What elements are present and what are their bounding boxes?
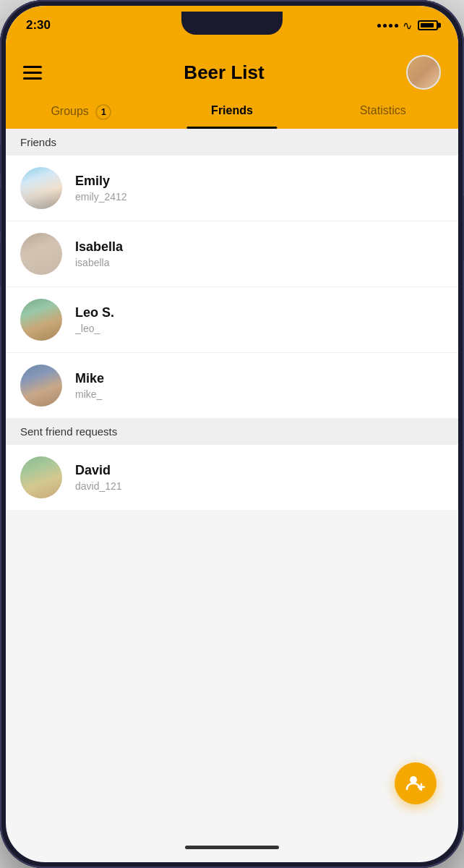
- friend-name: Mike: [75, 371, 444, 386]
- friend-username: emily_2412: [75, 191, 444, 203]
- home-indicator: [185, 846, 279, 849]
- content-area: Friends Emily emily_2412: [6, 129, 458, 597]
- list-item[interactable]: Leo S. _leo_: [6, 287, 458, 353]
- friend-info: Mike mike_: [75, 371, 444, 400]
- avatar-image: [408, 56, 439, 88]
- avatar-david-img: [20, 456, 62, 498]
- list-item[interactable]: Mike mike_: [6, 353, 458, 418]
- sent-requests-section-header: Sent friend requests: [6, 418, 458, 445]
- avatar: [20, 456, 62, 498]
- friend-name: Leo S.: [75, 305, 444, 320]
- battery-icon: [418, 20, 438, 30]
- friend-info: Emily emily_2412: [75, 174, 444, 203]
- volume-up-button: [0, 188, 1, 231]
- friend-username: _leo_: [75, 323, 444, 334]
- list-item[interactable]: Isabella isabella: [6, 221, 458, 287]
- friend-name: Emily: [75, 174, 444, 189]
- friend-username: isabella: [75, 257, 444, 268]
- avatar-leo-img: [20, 299, 62, 341]
- bottom-spacer: [6, 510, 458, 597]
- status-time: 2:30: [26, 18, 51, 33]
- avatar-mike-img: [20, 365, 62, 407]
- sent-requests-list: David david_121: [6, 445, 458, 510]
- wifi-icon: ∿: [403, 19, 412, 33]
- notch: [181, 12, 283, 35]
- avatar-isabella-img: [20, 233, 62, 275]
- phone-frame: 2:30 ∿ Beer List: [0, 0, 464, 868]
- add-person-icon: [405, 773, 426, 793]
- user-avatar[interactable]: [406, 55, 441, 90]
- friends-section-header: Friends: [6, 129, 458, 156]
- friend-username: mike_: [75, 388, 444, 400]
- tab-statistics[interactable]: Statistics: [307, 98, 458, 129]
- volume-down-button: [0, 242, 1, 286]
- avatar: [20, 167, 62, 209]
- friend-username: david_121: [75, 480, 444, 492]
- add-friend-button[interactable]: [395, 762, 437, 804]
- status-icons: ∿: [377, 19, 438, 33]
- phone-screen: 2:30 ∿ Beer List: [6, 6, 458, 862]
- tab-friends[interactable]: Friends: [157, 98, 308, 129]
- menu-button[interactable]: [23, 66, 42, 80]
- friend-name: Isabella: [75, 239, 444, 255]
- friends-list: Emily emily_2412 Isabella isabella: [6, 156, 458, 418]
- app-title: Beer List: [184, 61, 264, 84]
- signal-icon: [377, 24, 398, 27]
- friend-info: Isabella isabella: [75, 239, 444, 268]
- avatar-emily-img: [20, 167, 62, 209]
- avatar: [20, 299, 62, 341]
- tab-groups[interactable]: Groups 1: [6, 98, 157, 129]
- mute-button: [0, 145, 1, 174]
- list-item[interactable]: David david_121: [6, 445, 458, 510]
- friend-name: David: [75, 463, 444, 478]
- app-header: Beer List: [6, 45, 458, 90]
- friend-info: Leo S. _leo_: [75, 305, 444, 334]
- groups-badge: 1: [95, 104, 111, 120]
- list-item[interactable]: Emily emily_2412: [6, 156, 458, 221]
- tab-bar: Groups 1 Friends Statistics: [6, 90, 458, 129]
- friend-info: David david_121: [75, 463, 444, 492]
- svg-point-0: [410, 776, 417, 783]
- avatar: [20, 233, 62, 275]
- avatar: [20, 365, 62, 407]
